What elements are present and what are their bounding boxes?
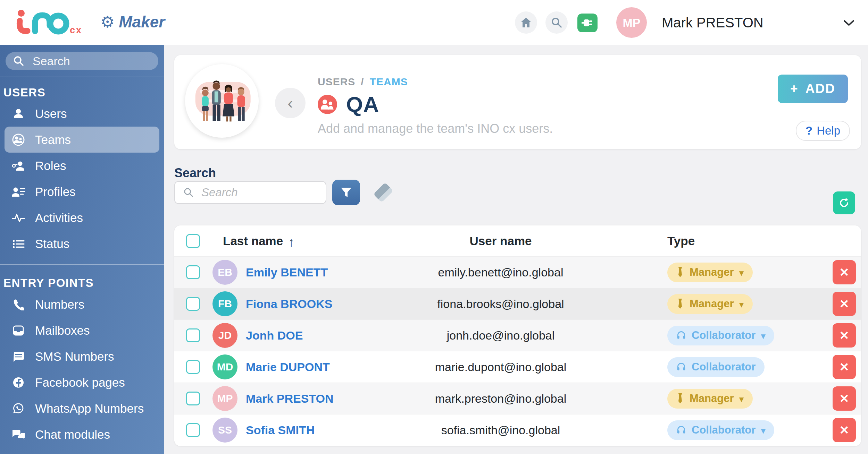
avatar: SS (212, 418, 237, 443)
headset-icon (676, 331, 686, 340)
sidebar-item-profiles[interactable]: Profiles (5, 179, 159, 205)
delete-button[interactable]: ✕ (833, 386, 856, 411)
filter-funnel-icon (340, 187, 352, 198)
user-name-link[interactable]: Emily BENETT (246, 266, 328, 279)
add-button[interactable]: + ADD (778, 75, 848, 103)
avatar: MP (212, 386, 237, 411)
sidebar-item-facebook-pages[interactable]: Facebook pages (5, 369, 159, 395)
product-name: Maker (119, 12, 165, 31)
team-icon (318, 95, 337, 114)
user-name-link[interactable]: Marie DUPONT (246, 360, 330, 374)
team-illustration (185, 64, 259, 138)
sidebar-search[interactable] (6, 52, 158, 70)
row-checkbox[interactable] (186, 360, 200, 374)
delete-button[interactable]: ✕ (833, 260, 856, 284)
type-badge-dropdown[interactable]: Manager ▾ (667, 389, 753, 409)
page-subtitle: Add and manage the team's INO cx users. (318, 121, 553, 136)
sidebar-item-whatsapp-numbers[interactable]: WhatsApp Numbers (5, 395, 159, 421)
column-type[interactable]: Type (667, 234, 782, 248)
row-checkbox[interactable] (186, 297, 200, 311)
profile-list-icon (11, 186, 26, 198)
table-row[interactable]: MP Mark PRESTON mark.preston@ino.global … (174, 383, 861, 414)
row-checkbox[interactable] (186, 265, 200, 279)
select-all-checkbox[interactable] (186, 234, 200, 248)
delete-button[interactable]: ✕ (833, 323, 856, 348)
delete-button[interactable]: ✕ (833, 292, 856, 316)
close-icon: ✕ (839, 265, 849, 279)
headset-icon (676, 425, 686, 435)
delete-button[interactable]: ✕ (833, 355, 856, 379)
sidebar-search-input[interactable] (32, 54, 137, 68)
search-icon (551, 17, 562, 28)
table-row[interactable]: MD Marie DUPONT marie.dupont@ino.global … (174, 351, 861, 383)
plus-icon: + (790, 82, 799, 96)
user-name-link[interactable]: Sofia SMITH (246, 423, 315, 437)
team-icon (11, 133, 26, 146)
sidebar-item-mailboxes[interactable]: Mailboxes (5, 317, 159, 343)
sms-icon (11, 351, 26, 362)
main-content: ‹ USERS / TEAMS QA Add and manage the te… (164, 45, 868, 454)
activity-icon (11, 212, 26, 223)
user-email: mark.preston@ino.global (386, 392, 615, 405)
user-email: emily.benett@ino.global (386, 266, 615, 279)
type-badge[interactable]: Collaborator (667, 357, 765, 377)
sidebar-item-status[interactable]: Status (5, 231, 159, 257)
home-button[interactable] (515, 11, 537, 34)
avatar: MD (212, 354, 237, 379)
back-button[interactable]: ‹ (275, 88, 306, 118)
global-search-button[interactable] (545, 11, 568, 34)
delete-button[interactable]: ✕ (833, 418, 856, 442)
breadcrumb-separator: / (361, 76, 364, 88)
user-name-link[interactable]: Jonh DOE (246, 329, 303, 342)
sidebar-item-numbers[interactable]: Numbers (5, 291, 159, 317)
sidebar-item-chat-modules[interactable]: Chat modules (5, 421, 159, 447)
team-header-card: ‹ USERS / TEAMS QA Add and manage the te… (174, 55, 861, 149)
table-row[interactable]: JD Jonh DOE jonh.doe@ino.global Collabor… (174, 320, 861, 351)
key-user-icon (11, 160, 26, 172)
table-row[interactable]: SS Sofia SMITH sofia.smith@ino.global Co… (174, 414, 861, 446)
row-checkbox[interactable] (186, 392, 200, 405)
sidebar-item-activities[interactable]: Activities (5, 205, 159, 231)
refresh-button[interactable] (833, 191, 855, 214)
type-badge-dropdown[interactable]: Collaborator ▾ (667, 326, 774, 345)
column-user-name[interactable]: User name (386, 234, 615, 248)
search-icon (183, 187, 194, 198)
user-email: jonh.doe@ino.global (386, 329, 615, 342)
sort-asc-icon[interactable]: ↑ (288, 235, 294, 250)
type-badge-dropdown[interactable]: Manager ▾ (667, 294, 753, 314)
svg-text:cx: cx (70, 25, 82, 35)
caret-down-icon: ▾ (739, 394, 743, 404)
row-checkbox[interactable] (186, 328, 200, 342)
type-badge-dropdown[interactable]: Manager ▾ (667, 263, 753, 282)
breadcrumb-users[interactable]: USERS (318, 76, 355, 88)
sidebar-item-teams[interactable]: Teams (5, 127, 159, 153)
avatar: EB (212, 260, 237, 285)
breadcrumb-teams[interactable]: TEAMS (370, 76, 408, 88)
headset-icon (676, 362, 686, 372)
filter-button[interactable] (332, 180, 360, 205)
sidebar-section-users: USERS (3, 86, 45, 99)
column-last-name[interactable]: Last name (223, 234, 283, 248)
help-button[interactable]: ? Help (796, 121, 850, 141)
user-name-link[interactable]: Fiona BROOKS (246, 297, 332, 311)
avatar[interactable]: MP (616, 7, 647, 38)
tie-icon (676, 298, 684, 309)
table-row[interactable]: FB Fiona BROOKS fiona.brooks@ino.global … (174, 288, 861, 320)
table-row[interactable]: EB Emily BENETT emily.benett@ino.global … (174, 257, 861, 288)
account-menu-toggle[interactable] (843, 19, 855, 26)
sidebar-item-sms-numbers[interactable]: SMS Numbers (5, 343, 159, 369)
clear-filters-eraser-icon[interactable] (373, 182, 393, 203)
close-icon: ✕ (839, 423, 849, 437)
table-search-input[interactable] (201, 186, 313, 199)
users-table: Last name ↑ User name Type EB Emily BENE… (174, 225, 861, 446)
caret-down-icon: ▾ (761, 331, 765, 341)
sidebar-item-roles[interactable]: Roles (5, 153, 159, 179)
integrations-button[interactable] (577, 14, 598, 32)
type-badge-dropdown[interactable]: Collaborator ▾ (667, 420, 774, 440)
row-checkbox[interactable] (186, 423, 200, 437)
table-search[interactable] (174, 181, 326, 204)
sidebar-item-users[interactable]: Users (5, 101, 159, 127)
close-icon: ✕ (839, 392, 849, 405)
breadcrumb: USERS / TEAMS (318, 76, 553, 88)
user-name-link[interactable]: Mark PRESTON (246, 392, 334, 405)
